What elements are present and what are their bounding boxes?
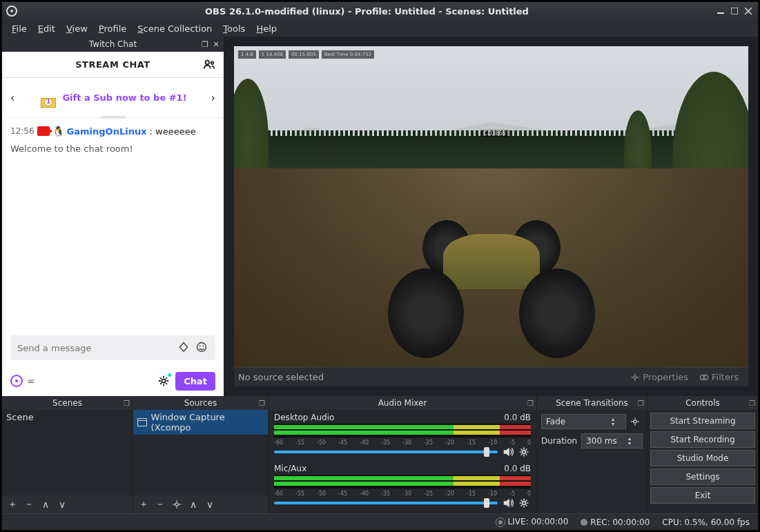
maximize-button[interactable]	[729, 6, 740, 17]
add-scene-button[interactable]: ＋	[6, 498, 19, 511]
source-settings-button[interactable]	[170, 498, 183, 511]
community-icon[interactable]	[203, 59, 215, 71]
menu-edit[interactable]: Edit	[32, 22, 61, 35]
source-item[interactable]: Window Capture (Xcompo	[133, 410, 268, 435]
move-down-button[interactable]: ∨	[56, 498, 68, 511]
obs-icon	[6, 6, 17, 17]
transition-settings-icon[interactable]	[630, 417, 643, 426]
emote-icon[interactable]	[196, 342, 208, 354]
svg-rect-1	[731, 8, 738, 14]
dock-title: Twitch Chat	[89, 39, 137, 49]
control-button[interactable]: Settings	[650, 469, 755, 485]
menu-help[interactable]: Help	[251, 22, 282, 35]
transitions-panel: Scene Transitions❐ Fade▴▾ Duration 300 m…	[537, 396, 647, 513]
mute-icon[interactable]	[502, 446, 514, 458]
gift-icon: 1	[39, 88, 58, 108]
channel-settings-icon[interactable]	[518, 497, 531, 509]
titlebar: OBS 26.1.0-modified (linux) - Profile: U…	[2, 2, 758, 20]
window-capture-icon	[137, 418, 147, 426]
scenes-panel: Scenes❐ Scene ＋ － ∧ ∨	[2, 396, 133, 513]
mute-icon[interactable]	[502, 497, 514, 509]
menu-scene-collection[interactable]: Scene Collection	[132, 22, 217, 35]
dock-popout-icon[interactable]: ❐	[638, 400, 644, 407]
player-nametag: CD3866	[481, 130, 509, 137]
channel-name: Mic/Aux	[274, 464, 306, 473]
dock-popout-icon[interactable]: ❐	[527, 400, 534, 407]
twitch-chat-dock: Twitch Chat ❐ ✕ STREAM CHAT ‹	[2, 37, 224, 396]
gift-banner: ‹ 1 Gift a Sub now to be #1! ›	[2, 78, 224, 118]
volume-slider[interactable]	[274, 502, 498, 504]
svg-point-15	[523, 502, 526, 505]
chat-input[interactable]	[17, 343, 173, 353]
svg-point-8	[202, 345, 204, 346]
panel-title: Scene Transitions	[556, 398, 628, 408]
channel-points-icon[interactable]	[10, 375, 23, 387]
dock-popout-icon[interactable]: ❐	[259, 400, 265, 407]
remove-source-button[interactable]: －	[154, 498, 166, 511]
chat-text: : weeeeee	[150, 126, 196, 137]
broadcast-icon	[496, 518, 505, 527]
svg-point-4	[206, 60, 209, 63]
svg-point-16	[634, 420, 636, 423]
preview-canvas[interactable]: 1 4,8 1 14,406 00.15.003 Best Time 0:04:…	[234, 46, 748, 367]
chat-welcome: Welcome to the chat room!	[10, 144, 215, 154]
control-button[interactable]: Studio Mode	[650, 450, 755, 466]
svg-point-7	[199, 345, 201, 346]
chat-username[interactable]: GamingOnLinux	[67, 126, 147, 137]
control-button[interactable]: Start Recording	[650, 431, 755, 448]
duration-input[interactable]: 300 ms▴▾	[581, 433, 643, 449]
move-up-button[interactable]: ∧	[39, 498, 52, 511]
record-icon	[581, 519, 587, 526]
preview-area: 1 4,8 1 14,406 00.15.003 Best Time 0:04:…	[224, 37, 758, 396]
game-hud: 1 4,8 1 14,406 00.15.003 Best Time 0:04:…	[238, 50, 374, 59]
svg-point-13	[175, 503, 178, 506]
menu-profile[interactable]: Profile	[93, 22, 132, 35]
bits-icon[interactable]	[178, 342, 191, 354]
chat-footer: ∞ Chat	[2, 366, 224, 396]
window-title: OBS 26.1.0-modified (linux) - Profile: U…	[21, 6, 712, 17]
remove-scene-button[interactable]: －	[23, 498, 35, 511]
chat-send-button[interactable]: Chat	[175, 372, 215, 391]
chat-input-box	[10, 335, 215, 360]
move-up-button[interactable]: ∧	[187, 498, 199, 511]
close-button[interactable]	[743, 6, 754, 17]
menu-view[interactable]: View	[61, 22, 93, 35]
control-button[interactable]: Exit	[650, 487, 755, 504]
transition-select[interactable]: Fade▴▾	[541, 414, 626, 429]
chat-message: 12:56 🐧 GamingOnLinux: weeeeee	[10, 126, 215, 137]
svg-point-5	[211, 61, 214, 64]
gift-link[interactable]: Gift a Sub now to be #1!	[62, 92, 186, 103]
chat-title-row: STREAM CHAT	[2, 52, 224, 78]
menu-file[interactable]: File	[6, 22, 32, 35]
volume-slider[interactable]	[274, 451, 498, 453]
add-source-button[interactable]: ＋	[137, 498, 150, 511]
panel-title: Sources	[184, 398, 217, 408]
channel-settings-icon[interactable]	[518, 446, 531, 457]
source-toolbar: No source selected Properties Filters	[234, 367, 748, 386]
source-status: No source selected	[238, 372, 625, 382]
duration-label: Duration	[541, 436, 577, 446]
mixer-channel: Desktop Audio0.0 dB -60-55-50-45-40-35-3…	[274, 413, 531, 458]
minimize-button[interactable]	[715, 6, 726, 17]
move-down-button[interactable]: ∨	[204, 498, 216, 511]
scene-item[interactable]: Scene	[2, 410, 133, 424]
dock-popout-icon[interactable]: ❐	[749, 400, 755, 407]
timestamp: 12:56	[10, 126, 35, 136]
rec-status: REC: 00:00:00	[581, 518, 650, 527]
chevron-left-icon[interactable]: ‹	[10, 91, 14, 104]
panel-title: Scenes	[52, 398, 82, 408]
dock-close-icon[interactable]: ✕	[211, 39, 221, 49]
sub-badge-icon: 🐧	[52, 126, 64, 137]
menu-tools[interactable]: Tools	[217, 22, 251, 35]
dock-popout-icon[interactable]: ❐	[200, 39, 210, 49]
filters-button[interactable]: Filters	[694, 371, 744, 384]
control-button[interactable]: Start Streaming	[650, 413, 755, 429]
controls-panel: Controls❐ Start StreamingStart Recording…	[647, 396, 758, 513]
dock-popout-icon[interactable]: ❐	[124, 400, 130, 407]
chevron-right-icon[interactable]: ›	[211, 91, 215, 104]
chat-title: STREAM CHAT	[75, 59, 150, 70]
svg-point-14	[523, 451, 526, 454]
properties-button[interactable]: Properties	[625, 371, 694, 384]
channel-db: 0.0 dB	[504, 413, 531, 422]
chat-settings-icon[interactable]	[157, 375, 170, 387]
